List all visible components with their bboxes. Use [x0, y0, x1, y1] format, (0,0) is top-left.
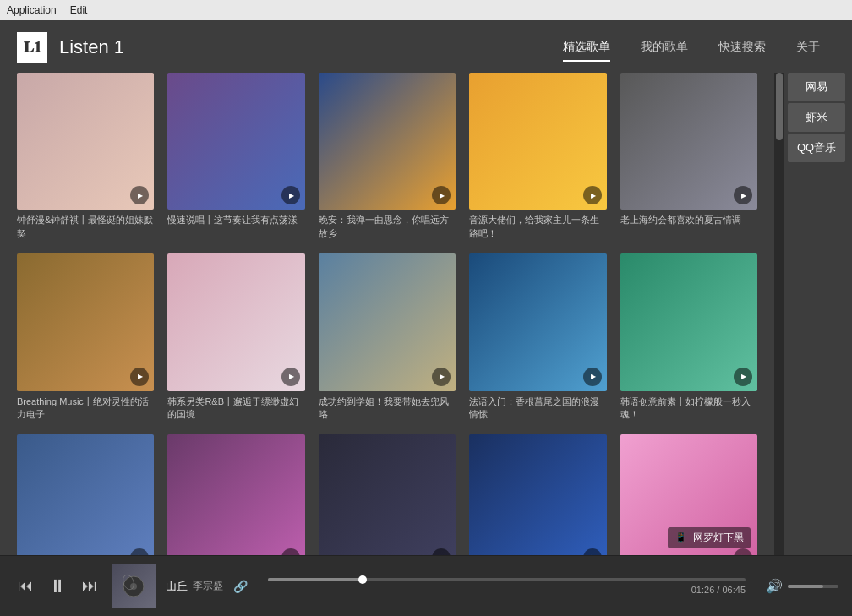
- playlist-item[interactable]: 循环不止丨学会教你翻: [17, 434, 154, 555]
- playlist-thumbnail: [319, 73, 456, 210]
- playlist-item[interactable]: 老上海约会都喜欢的夏古情调: [620, 73, 757, 240]
- album-art: [112, 564, 156, 608]
- source-wangyi[interactable]: 网易: [788, 73, 845, 101]
- playlist-label: 成功约到学姐！我要带她去兜风咯: [319, 395, 456, 422]
- playlist-item[interactable]: *燃性纯电丨振振浙电: [319, 434, 456, 555]
- playlist-label: 老上海约会都喜欢的夏古情调: [620, 214, 757, 226]
- content-area: 钟舒漫&钟舒祺丨最怪诞的姐妹默契慢速说唱丨这节奏让我有点荡漾晚安：我弹一曲思念，…: [0, 63, 852, 555]
- app-container: 𝐋𝟏 Listen 1 精选歌单 我的歌单 快速搜索 关于 钟舒漫&钟舒祺丨最怪…: [0, 20, 852, 616]
- playlist-label: Breathing Music丨绝对灵性的活力电子: [17, 395, 154, 422]
- menubar: Application Edit: [0, 0, 852, 20]
- app-title: Listen 1: [59, 36, 548, 58]
- playlist-play-button[interactable]: [130, 368, 149, 386]
- tab-my-playlist[interactable]: 我的歌单: [625, 33, 703, 62]
- playlist-thumbnail: [17, 73, 154, 210]
- menu-application[interactable]: Application: [7, 4, 57, 16]
- playlist-play-button[interactable]: [734, 368, 752, 386]
- progress-fill: [268, 578, 363, 581]
- playlist-item[interactable]: 钟舒漫&钟舒祺丨最怪诞的姐妹默契: [17, 73, 154, 240]
- time-display: 01:26 / 06:45: [268, 585, 746, 595]
- playlist-label: 音源大佬们，给我家主儿一条生路吧！: [469, 214, 606, 240]
- playlist-thumbnail: [17, 434, 154, 555]
- tab-about[interactable]: 关于: [781, 33, 835, 62]
- track-name: 山丘: [166, 579, 188, 594]
- logo-text: 𝐋𝟏: [24, 39, 41, 57]
- scrollbar[interactable]: [774, 73, 784, 555]
- track-artist: 李宗盛: [193, 579, 223, 593]
- playlist-thumbnail: [167, 434, 304, 555]
- volume-fill: [788, 585, 823, 588]
- playlist-item[interactable]: 慢速说唱丨这节奏让我有点荡漾: [167, 73, 304, 240]
- playlist-label: 慢速说唱丨这节奏让我有点荡漾: [167, 214, 304, 226]
- volume-icon: 🔊: [766, 578, 783, 594]
- tab-featured[interactable]: 精选歌单: [548, 33, 625, 62]
- volume-bar[interactable]: [788, 585, 838, 588]
- playlist-thumbnail: [620, 73, 757, 210]
- track-info: 山丘 李宗盛 🔗: [166, 579, 248, 594]
- player-controls: ⏮ ⏸ ⏭: [14, 575, 101, 597]
- watermark-text: 网罗灯下黑: [693, 532, 744, 543]
- playlist-item[interactable]: 成功约到学姐！我要带她去兜风咯: [319, 253, 456, 421]
- playlist-thumbnail: [167, 253, 304, 390]
- playlist-thumbnail: [319, 253, 456, 390]
- playlist-play-button[interactable]: [583, 368, 602, 386]
- playlist-thumb-inner: [17, 434, 154, 555]
- playlist-label: 韩系另类R&B丨邂逅于缥缈虚幻的国境: [167, 395, 304, 422]
- playlist-thumb-inner: [319, 434, 456, 555]
- playlist-item[interactable]: 十年之约丨00后王: [167, 434, 304, 555]
- source-qq-music[interactable]: QQ音乐: [788, 134, 845, 162]
- playlist-thumbnail: [469, 434, 606, 555]
- playlist-thumbnail: [620, 253, 757, 390]
- menu-edit[interactable]: Edit: [70, 4, 88, 16]
- side-panel: 网易 虾米 QQ音乐: [784, 73, 852, 555]
- playlist-item[interactable]: 晚安：我弹一曲思念，你唱远方故乡: [319, 73, 456, 240]
- playlist-item[interactable]: 韩语创意前素丨如柠檬般一秒入魂！: [620, 253, 757, 421]
- playlist-play-button[interactable]: [583, 186, 602, 204]
- source-xiami[interactable]: 虾米: [788, 103, 845, 132]
- playlist-thumbnail: [469, 73, 606, 210]
- pause-button[interactable]: ⏸: [46, 575, 69, 597]
- watermark: 📱 网罗灯下黑: [668, 527, 751, 548]
- playlist-item[interactable]: Free Jazz丨爱十乐王: [469, 434, 606, 555]
- tab-search[interactable]: 快速搜索: [703, 33, 781, 62]
- prev-button[interactable]: ⏮: [14, 577, 37, 595]
- scrollbar-thumb: [776, 73, 783, 140]
- playlist-grid: 钟舒漫&钟舒祺丨最怪诞的姐妹默契慢速说唱丨这节奏让我有点荡漾晚安：我弹一曲思念，…: [17, 73, 757, 555]
- playlist-label: 钟舒漫&钟舒祺丨最怪诞的姐妹默契: [17, 214, 154, 240]
- playlist-thumb-inner: [469, 434, 606, 555]
- playlist-thumb-inner: [167, 434, 304, 555]
- playlist-label: 晚安：我弹一曲思念，你唱远方故乡: [319, 214, 456, 240]
- playlist-label: 法语入门：香根菖尾之国的浪漫情愫: [469, 395, 606, 422]
- playlist-thumbnail: [167, 73, 304, 210]
- volume-area: 🔊: [766, 578, 838, 594]
- next-button[interactable]: ⏭: [78, 577, 101, 595]
- player-bar: ⏮ ⏸ ⏭ 山丘 李宗盛 🔗 01:26 /: [0, 555, 852, 616]
- playlist-item[interactable]: 音源大佬们，给我家主儿一条生路吧！: [469, 73, 606, 240]
- progress-bar[interactable]: [268, 578, 746, 581]
- nav-tabs: 精选歌单 我的歌单 快速搜索 关于: [548, 33, 835, 62]
- playlist-item[interactable]: 韩系另类R&B丨邂逅于缥缈虚幻的国境: [167, 253, 304, 421]
- playlist-item[interactable]: Breathing Music丨绝对灵性的活力电子: [17, 253, 154, 421]
- playlist-grid-area[interactable]: 钟舒漫&钟舒祺丨最怪诞的姐妹默契慢速说唱丨这节奏让我有点荡漾晚安：我弹一曲思念，…: [0, 73, 774, 555]
- playlist-item[interactable]: 法语入门：香根菖尾之国的浪漫情愫: [469, 253, 606, 421]
- playlist-label: 韩语创意前素丨如柠檬般一秒入魂！: [620, 395, 757, 422]
- playlist-play-button[interactable]: [281, 368, 300, 386]
- playlist-thumbnail: [469, 253, 606, 390]
- header: 𝐋𝟏 Listen 1 精选歌单 我的歌单 快速搜索 关于: [0, 20, 852, 63]
- watermark-icon: 📱: [674, 532, 687, 543]
- app-logo: 𝐋𝟏: [17, 32, 47, 63]
- track-link-icon[interactable]: 🔗: [233, 580, 248, 593]
- playlist-thumbnail: [319, 434, 456, 555]
- progress-area[interactable]: 01:26 / 06:45: [258, 578, 756, 595]
- playlist-thumbnail: [17, 253, 154, 390]
- total-time: 06:45: [722, 585, 746, 595]
- current-time: 01:26: [691, 585, 715, 595]
- playlist-play-button[interactable]: [432, 368, 451, 386]
